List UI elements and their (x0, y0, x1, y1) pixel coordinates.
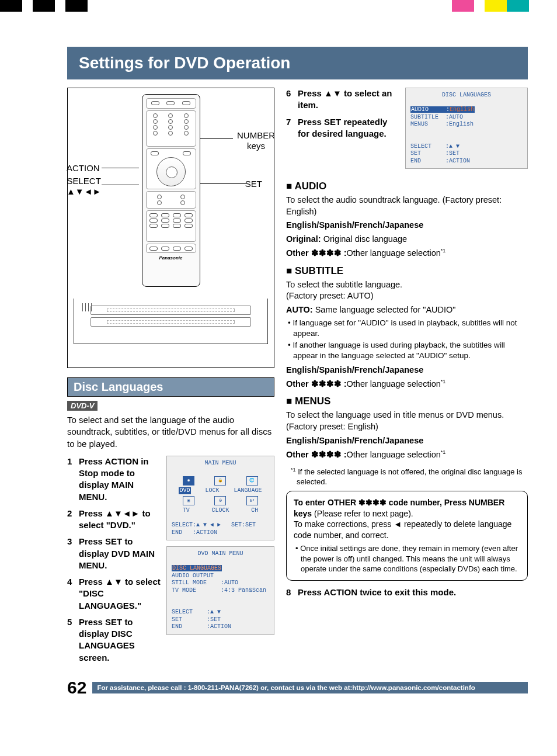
label-select: SELECT ▲▼◄► (67, 176, 101, 197)
page-title: Settings for DVD Operation (67, 47, 528, 79)
step-8: 8Press ACTION twice to exit this mode. (286, 587, 528, 598)
footnote-1: *1 If the selected language is not offer… (286, 467, 528, 487)
audio-other: Other ✽✽✽✽ :Other language selection*1 (286, 247, 528, 259)
heading-menus: MENUS (286, 396, 528, 407)
callout-other-code: To enter OTHER ✽✽✽✽ code number, Press N… (286, 491, 528, 581)
player-diagram (74, 299, 268, 344)
menus-desc: To select the language used in title men… (286, 410, 528, 432)
audio-desc: To select the audio soundtrack language.… (286, 195, 528, 217)
subtitle-auto: AUTO: Same language selected for "AUDIO" (286, 304, 528, 316)
label-action: ACTION (67, 163, 100, 174)
audio-original: Original: Original disc language (286, 234, 528, 245)
step-1: 1Press ACTION in Stop mode to display MA… (67, 456, 161, 503)
assistance-bar: For assistance, please call : 1-800-211-… (92, 682, 528, 693)
label-number-keys: NUMBER keys (237, 130, 275, 151)
step-5: 5Press SET to display DISC LANGUAGES scr… (67, 616, 161, 664)
intro-text: To select and set the language of the au… (67, 414, 274, 450)
osd-dvd-main-menu: DVD MAIN MENU DISC LANGUAGES AUDIO OUTPU… (166, 546, 274, 635)
audio-options: English/Spanish/French/Japanese (286, 220, 528, 231)
subtitle-other: Other ✽✽✽✽ :Other language selection*1 (286, 378, 528, 390)
heading-subtitle: SUBTITLE (286, 265, 528, 277)
osd-disc-languages: DISC LANGUAGES AUDIO :English SUBTITLE :… (405, 88, 528, 169)
step-4: 4Press ▲▼ to select "DISC LANGUAGES." (67, 576, 161, 612)
page-number: 62 (67, 678, 86, 698)
color-calibration-bar (0, 0, 557, 12)
osd-main-menu: MAIN MENU ◉🔒🌐DVDLOCKLANGUAGE▣⏲5³TVCLOCKC… (166, 456, 274, 541)
subtitle-options: English/Spanish/French/Japanese (286, 365, 528, 376)
dpad (156, 157, 186, 186)
menus-other: Other ✽✽✽✽ :Other language selection*1 (286, 449, 528, 460)
subtitle-notes: If language set for "AUDIO" is used in p… (286, 318, 528, 360)
step-7: 7Press SET repeatedly for desired langua… (286, 116, 398, 140)
step-6: 6Press ▲▼ to select an item. (286, 88, 398, 112)
label-set: SET (245, 179, 262, 189)
dvd-v-badge: DVD-V (67, 401, 98, 411)
menus-options: English/Spanish/French/Japanese (286, 435, 528, 447)
remote-diagram: ACTION SELECT ▲▼◄► NUMBER keys SET (67, 88, 274, 368)
step-3: 3Press SET to display DVD MAIN MENU. (67, 536, 161, 571)
subtitle-desc: To select the subtitle language. (Factor… (286, 279, 528, 302)
step-2: 2Press ▲▼◄► to select "DVD." (67, 508, 161, 532)
remote-control: Panasonic (142, 94, 200, 287)
section-heading-disc-languages: Disc Languages (67, 377, 274, 396)
heading-audio: AUDIO (286, 181, 528, 192)
brand-logo: Panasonic (146, 255, 196, 261)
